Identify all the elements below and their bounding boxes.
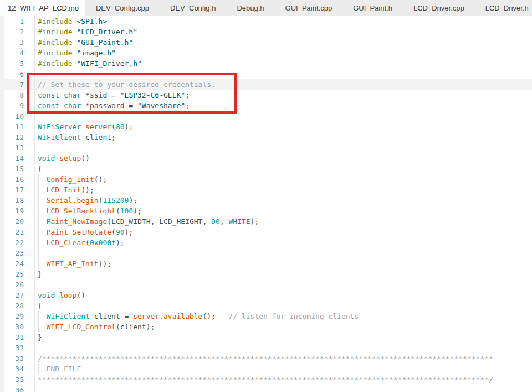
line-number: 3 bbox=[4, 37, 35, 48]
code-line[interactable]: 17 LCD_Init(); bbox=[0, 185, 532, 195]
line-number: 18 bbox=[4, 195, 35, 206]
line-number: 36 bbox=[4, 385, 35, 392]
code-line[interactable]: 16 Config_Init(); bbox=[0, 174, 532, 185]
code-line[interactable]: 15{ bbox=[0, 164, 532, 174]
code-line-text bbox=[35, 385, 532, 392]
tab-bar: 12_WIFI_AP_LCD.inoDEV_Config.cppDEV_Conf… bbox=[0, 0, 532, 16]
line-number: 13 bbox=[4, 142, 35, 153]
code-line[interactable]: 28{ bbox=[0, 301, 532, 311]
line-number: 12 bbox=[4, 132, 35, 142]
line-number: 11 bbox=[4, 121, 35, 132]
code-line-text: LCD_Clear(0x000f); bbox=[35, 237, 532, 248]
code-line[interactable]: 6 bbox=[0, 69, 532, 79]
code-line[interactable]: 32 bbox=[0, 343, 532, 353]
code-line-text bbox=[35, 142, 532, 153]
code-line-text: Config_Init(); bbox=[35, 174, 532, 185]
line-number: 28 bbox=[4, 301, 35, 311]
tab-dev-config-cpp[interactable]: DEV_Config.cpp bbox=[85, 0, 160, 16]
code-line[interactable]: 30 WIFI_LCD_Control(client); bbox=[0, 322, 532, 332]
code-line[interactable]: 34 END FILE bbox=[0, 364, 532, 374]
line-number: 15 bbox=[4, 164, 35, 174]
code-line-text: Serial.begin(115200); bbox=[35, 195, 532, 206]
line-number: 29 bbox=[4, 311, 35, 322]
line-number: 2 bbox=[4, 27, 35, 37]
code-line-text: WiFiClient client = server.available(); … bbox=[35, 311, 532, 322]
code-line[interactable]: 25} bbox=[0, 269, 532, 279]
code-line-text: void setup() bbox=[35, 153, 532, 164]
line-number: 17 bbox=[4, 185, 35, 195]
tab-gui-paint-cpp[interactable]: GUI_Paint.cpp bbox=[275, 0, 343, 16]
code-line[interactable]: 10 bbox=[0, 111, 532, 121]
code-line[interactable]: 22 LCD_Clear(0x000f); bbox=[0, 237, 532, 248]
code-line[interactable]: 13 bbox=[0, 142, 532, 153]
code-line[interactable]: 14void setup() bbox=[0, 153, 532, 164]
tab-debug-h[interactable]: Debug.h bbox=[226, 0, 274, 16]
tab-lcd-driver-cpp[interactable]: LCD_Driver.cpp bbox=[403, 0, 475, 16]
code-line[interactable]: 12WiFiClient client; bbox=[0, 132, 532, 142]
code-line[interactable]: 5#include "WIFI_Driver.h" bbox=[0, 58, 532, 69]
line-number: 4 bbox=[4, 48, 35, 58]
code-line[interactable]: 1#include <SPI.h> bbox=[0, 16, 532, 27]
code-line[interactable]: 4#include "image.h" bbox=[0, 48, 532, 58]
line-number: 6 bbox=[4, 69, 35, 79]
line-number: 5 bbox=[4, 58, 35, 69]
line-number: 19 bbox=[4, 206, 35, 216]
code-line-text: END FILE bbox=[35, 364, 532, 374]
code-line[interactable]: 33/*************************************… bbox=[0, 353, 532, 364]
code-line[interactable]: 8const char *ssid = "ESP32-C6-GEEK"; bbox=[0, 90, 532, 100]
code-line-text: ****************************************… bbox=[35, 374, 532, 385]
line-number: 20 bbox=[4, 216, 35, 227]
code-line[interactable]: 36 bbox=[0, 385, 532, 392]
code-line[interactable]: 11WiFiServer server(80); bbox=[0, 121, 532, 132]
code-line[interactable]: 35**************************************… bbox=[0, 374, 532, 385]
code-line-text: LCD_Init(); bbox=[35, 185, 532, 195]
line-number: 7 bbox=[4, 79, 35, 90]
code-line-text: } bbox=[35, 332, 532, 343]
code-line-text: WiFiServer server(80); bbox=[35, 121, 532, 132]
code-line-text bbox=[35, 343, 532, 353]
code-line-text: // Set these to your desired credentials… bbox=[35, 79, 532, 90]
code-line-text: const char *ssid = "ESP32-C6-GEEK"; bbox=[35, 90, 532, 100]
tab-lcd-driver-h[interactable]: LCD_Driver.h bbox=[475, 0, 532, 16]
code-line-text: Paint_NewImage(LCD_WIDTH, LCD_HEIGHT, 90… bbox=[35, 216, 532, 227]
code-line[interactable]: 20 Paint_NewImage(LCD_WIDTH, LCD_HEIGHT,… bbox=[0, 216, 532, 227]
line-number: 21 bbox=[4, 227, 35, 237]
code-line[interactable]: 18 Serial.begin(115200); bbox=[0, 195, 532, 206]
code-line-text: { bbox=[35, 301, 532, 311]
code-line[interactable]: 19 LCD_SetBacklight(100); bbox=[0, 206, 532, 216]
line-number: 25 bbox=[4, 269, 35, 279]
code-line-text: WIFI_AP_Init(); bbox=[35, 258, 532, 269]
code-line-text: LCD_SetBacklight(100); bbox=[35, 206, 532, 216]
code-editor[interactable]: 1#include <SPI.h>2#include "LCD_Driver.h… bbox=[0, 16, 532, 392]
code-line[interactable]: 29 WiFiClient client = server.available(… bbox=[0, 311, 532, 322]
code-line[interactable]: 23 bbox=[0, 248, 532, 258]
code-line-text: WIFI_LCD_Control(client); bbox=[35, 322, 532, 332]
code-line[interactable]: 27void loop() bbox=[0, 290, 532, 301]
code-line[interactable]: 31} bbox=[0, 332, 532, 343]
code-line[interactable]: 21 Paint_SetRotate(90); bbox=[0, 227, 532, 237]
line-number: 35 bbox=[4, 374, 35, 385]
code-line-text: #include "LCD_Driver.h" bbox=[35, 27, 532, 37]
code-line[interactable]: 24 WIFI_AP_Init(); bbox=[0, 258, 532, 269]
tab-12-wifi-ap-lcd-ino[interactable]: 12_WIFI_AP_LCD.ino bbox=[0, 0, 85, 16]
code-line[interactable]: 26 bbox=[0, 279, 532, 290]
code-line[interactable]: 2#include "LCD_Driver.h" bbox=[0, 27, 532, 37]
code-line-text: /***************************************… bbox=[35, 353, 532, 364]
code-line-text: { bbox=[35, 164, 532, 174]
line-number: 23 bbox=[4, 248, 35, 258]
code-line[interactable]: 7// Set these to your desired credential… bbox=[0, 79, 532, 90]
line-number: 10 bbox=[4, 111, 35, 121]
tab-dev-config-h[interactable]: DEV_Config.h bbox=[160, 0, 226, 16]
line-number: 22 bbox=[4, 237, 35, 248]
line-number: 16 bbox=[4, 174, 35, 185]
tab-gui-paint-h[interactable]: GUI_Paint.h bbox=[342, 0, 403, 16]
line-number: 34 bbox=[4, 364, 35, 374]
code-line-text: const char *password = "Waveshare"; bbox=[35, 100, 532, 111]
code-line-text: #include "GUI_Paint.h" bbox=[35, 37, 532, 48]
code-line[interactable]: 9const char *password = "Waveshare"; bbox=[0, 100, 532, 111]
line-number: 9 bbox=[4, 100, 35, 111]
line-number: 26 bbox=[4, 279, 35, 290]
code-line[interactable]: 3#include "GUI_Paint.h" bbox=[0, 37, 532, 48]
line-number: 8 bbox=[4, 90, 35, 100]
code-line-text: #include "image.h" bbox=[35, 48, 532, 58]
